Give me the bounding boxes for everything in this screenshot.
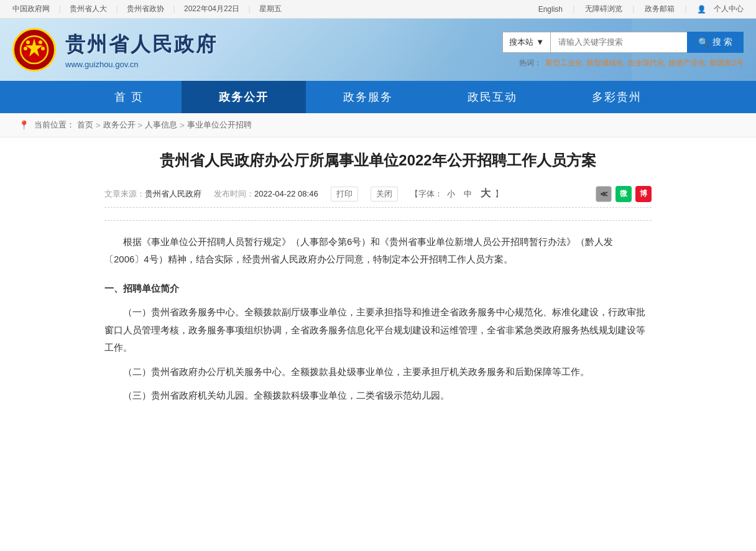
breadcrumb-sep-2: > [138, 121, 143, 130]
dropdown-arrow-icon: ▼ [536, 37, 544, 47]
font-large-button[interactable]: 大 [479, 187, 492, 200]
search-button[interactable]: 🔍 搜 索 [687, 32, 744, 53]
hotword-5[interactable]: 新国发2号 [709, 58, 744, 68]
article-divider [104, 220, 652, 221]
main-content: 贵州省人民政府办公厅所属事业单位2022年公开招聘工作人员方案 文章来源：贵州省… [80, 150, 676, 436]
link-english[interactable]: English [538, 5, 563, 14]
search-input[interactable] [550, 32, 687, 53]
logo-area: 贵州省人民政府 www.guizhou.gov.cn [12, 28, 218, 72]
logo-text: 贵州省人民政府 www.guizhou.gov.cn [65, 31, 218, 69]
search-icon: 🔍 [698, 37, 709, 47]
sep5: ｜ [570, 4, 578, 14]
link-accessibility[interactable]: 无障碍浏览 [585, 4, 622, 14]
source-value: 贵州省人民政府 [145, 189, 201, 198]
hot-words-label: 热词： [519, 58, 542, 68]
nav-item-home[interactable]: 首 页 [77, 81, 181, 113]
date-label: 发布时间：2022-04-22 08:46 [214, 188, 318, 200]
header: 贵州省人民政府 www.guizhou.gov.cn 搜本站 ▼ 🔍 搜 索 热… [0, 19, 756, 81]
font-size-control: 【字体： 小 中 大 】 [410, 187, 503, 200]
hot-words: 热词： 新型工业化 新型城镇化 农业现代化 旅游产业化 新国发2号 [519, 58, 744, 68]
hotword-1[interactable]: 新型工业化 [545, 58, 583, 68]
breadcrumb-renshi-xinxi[interactable]: 人事信息 [145, 119, 177, 131]
search-button-label: 搜 索 [712, 37, 732, 48]
nav-item-zhengwu-gongkai[interactable]: 政务公开 [182, 81, 306, 113]
breadcrumb-prefix: 当前位置： [34, 119, 75, 131]
logo-emblem [12, 28, 56, 72]
location-pin-icon: 📍 [19, 120, 29, 130]
article-meta: 文章来源：贵州省人民政府 发布时间：2022-04-22 08:46 打印 关闭… [104, 181, 652, 208]
sep2: ｜ [113, 4, 121, 14]
top-bar: 中国政府网 ｜ 贵州省人大 ｜ 贵州省政协 ｜ 2022年04月22日 ｜ 星期… [0, 0, 756, 19]
font-label-close: 】 [495, 188, 503, 200]
breadcrumb-sep-1: > [96, 121, 101, 130]
breadcrumb-sep-3: > [180, 121, 185, 130]
share-icons: ≪ 微 博 [596, 186, 652, 202]
article-body: 根据《事业单位公开招聘人员暂行规定》（人事部令第6号）和《贵州省事业单位新增人员… [104, 233, 652, 405]
breadcrumb-zhengwu-gongkai[interactable]: 政务公开 [103, 119, 136, 131]
svg-point-3 [39, 40, 42, 44]
sep3: ｜ [170, 4, 178, 14]
hotword-3[interactable]: 农业现代化 [627, 58, 665, 68]
date-value: 2022-04-22 08:46 [254, 189, 318, 198]
link-zhongguo-zhengfu[interactable]: 中国政府网 [12, 4, 50, 14]
user-icon: 👤 [697, 5, 706, 14]
nav-item-duocai-guizhou[interactable]: 多彩贵州 [555, 81, 679, 113]
search-area: 搜本站 ▼ 🔍 搜 索 热词： 新型工业化 新型城镇化 农业现代化 旅游产业化 … [502, 32, 744, 68]
share-wechat-button[interactable]: 微 [615, 186, 632, 202]
link-guizhou-renda[interactable]: 贵州省人大 [70, 4, 107, 14]
article-item1: （一）贵州省政务服务中心。全额拨款副厅级事业单位，主要承担指导和推进全省政务服务… [104, 303, 652, 357]
close-button[interactable]: 关闭 [371, 187, 398, 201]
font-label-open: 【字体： [410, 188, 443, 200]
sep1: ｜ [56, 4, 63, 14]
top-bar-right: English ｜ 无障碍浏览 ｜ 政务邮箱 ｜ 👤 个人中心 [538, 4, 744, 14]
share-general-button[interactable]: ≪ [596, 186, 612, 202]
svg-point-5 [41, 47, 45, 50]
site-title: 贵州省人民政府 [65, 31, 218, 58]
current-weekday: 星期五 [259, 4, 282, 14]
share-weibo-button[interactable]: 博 [635, 186, 652, 202]
font-small-button[interactable]: 小 [445, 188, 457, 200]
link-personal-center[interactable]: 个人中心 [714, 4, 744, 14]
breadcrumb-current: 事业单位公开招聘 [187, 119, 252, 131]
svg-point-4 [24, 47, 27, 50]
sep4: ｜ [246, 4, 253, 14]
nav-item-zhengmin-hudong[interactable]: 政民互动 [430, 81, 555, 113]
article-item2: （二）贵州省政府办公厅机关服务中心。全额拨款县处级事业单位，主要承担厅机关政务服… [104, 363, 652, 381]
search-scope-dropdown[interactable]: 搜本站 ▼ [502, 32, 550, 53]
article-meta-left: 文章来源：贵州省人民政府 发布时间：2022-04-22 08:46 打印 关闭… [104, 187, 503, 201]
main-nav: 首 页 政务公开 政务服务 政民互动 多彩贵州 [0, 81, 756, 113]
article-title: 贵州省人民政府办公厅所属事业单位2022年公开招聘工作人员方案 [104, 150, 652, 171]
hotword-4[interactable]: 旅游产业化 [668, 58, 706, 68]
emblem-svg [19, 35, 49, 65]
breadcrumb: 📍 当前位置： 首页 > 政务公开 > 人事信息 > 事业单位公开招聘 [0, 113, 756, 137]
font-medium-button[interactable]: 中 [462, 188, 474, 200]
link-mail[interactable]: 政务邮箱 [645, 4, 675, 14]
current-date: 2022年04月22日 [184, 4, 239, 14]
svg-point-2 [26, 40, 30, 44]
site-url: www.guizhou.gov.cn [65, 60, 218, 69]
link-guizhou-zhengxie[interactable]: 贵州省政协 [127, 4, 164, 14]
article-intro: 根据《事业单位公开招聘人员暂行规定》（人事部令第6号）和《贵州省事业单位新增人员… [104, 233, 652, 269]
sep6: ｜ [630, 4, 637, 14]
section1-title: 一、招聘单位简介 [104, 280, 652, 298]
search-row: 搜本站 ▼ 🔍 搜 索 [502, 32, 744, 53]
source-label: 文章来源：贵州省人民政府 [104, 188, 201, 200]
sep7: ｜ [682, 4, 689, 14]
search-scope-label: 搜本站 [509, 37, 533, 48]
print-button[interactable]: 打印 [331, 187, 358, 201]
hotword-2[interactable]: 新型城镇化 [586, 58, 624, 68]
nav-item-zhengwu-fuwu[interactable]: 政务服务 [306, 81, 430, 113]
top-bar-left: 中国政府网 ｜ 贵州省人大 ｜ 贵州省政协 ｜ 2022年04月22日 ｜ 星期… [12, 4, 282, 14]
breadcrumb-home[interactable]: 首页 [77, 119, 93, 131]
article-item3: （三）贵州省政府机关幼儿园。全额拨款科级事业单位，二类省级示范幼儿园。 [104, 387, 652, 405]
